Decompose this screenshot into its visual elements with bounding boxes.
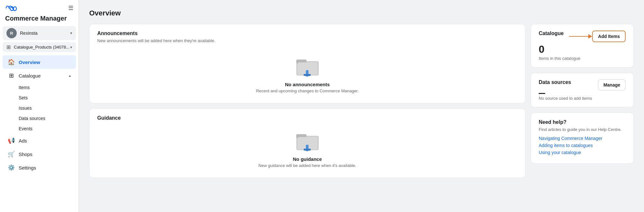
user-name: Rexinsta bbox=[20, 31, 70, 36]
sidebar-sub-label: Data sources bbox=[19, 116, 45, 121]
catalogue-widget-title-group: Catalogue bbox=[539, 31, 564, 38]
help-link-using[interactable]: Using your catalogue bbox=[539, 150, 626, 155]
user-selector[interactable]: R Rexinsta ▾ bbox=[3, 26, 76, 40]
sidebar-item-issues[interactable]: Issues bbox=[3, 103, 76, 113]
help-desc: Find articles to guide you in our Help C… bbox=[539, 127, 626, 132]
guidance-empty-title: No guidance bbox=[293, 156, 322, 162]
sidebar-item-label: Overview bbox=[19, 60, 40, 65]
page-title: Overview bbox=[89, 9, 634, 17]
catalogue-name: Catalogue_Products (34078... bbox=[14, 45, 70, 50]
help-card: Need help? Find articles to guide you in… bbox=[531, 113, 634, 164]
sidebar-item-sets[interactable]: Sets bbox=[3, 93, 76, 103]
catalogue-count: 0 bbox=[539, 43, 626, 55]
meta-logo bbox=[5, 5, 21, 11]
arrow-head bbox=[588, 34, 592, 39]
sidebar-item-label: Ads bbox=[19, 138, 27, 143]
ads-icon: 📢 bbox=[8, 137, 15, 144]
catalogue-items-label: Items in this catalogue bbox=[539, 56, 626, 61]
sidebar-item-shops[interactable]: 🛒 Shops bbox=[3, 147, 76, 161]
app-title: Commerce Manager bbox=[0, 15, 79, 26]
chevron-down-icon-catalogue: ▾ bbox=[70, 45, 72, 50]
sidebar-item-label: Settings bbox=[19, 165, 36, 171]
sidebar-item-ads[interactable]: 📢 Ads bbox=[3, 134, 76, 147]
data-sources-card: Data sources Manage No source used to ad… bbox=[531, 73, 634, 107]
guidance-empty-desc: New guidance will be added here when it'… bbox=[259, 163, 356, 168]
shops-icon: 🛒 bbox=[8, 151, 15, 158]
arrow-line bbox=[569, 36, 588, 37]
add-items-button[interactable]: Add Items bbox=[592, 31, 626, 42]
manage-button[interactable]: Manage bbox=[598, 79, 626, 90]
announcements-empty-desc: Recent and upcoming changes to Commerce … bbox=[256, 88, 359, 93]
left-column: Announcements New announcements will be … bbox=[89, 24, 526, 178]
catalogue-widget-title: Catalogue bbox=[539, 31, 564, 36]
sidebar-header: ☰ bbox=[0, 0, 79, 15]
sidebar-item-label: Shops bbox=[19, 152, 33, 157]
svg-rect-11 bbox=[304, 149, 311, 151]
catalogue-selector[interactable]: ⊞ Catalogue_Products (34078... ▾ bbox=[3, 42, 76, 52]
datasources-header: Data sources Manage bbox=[539, 79, 626, 90]
sidebar-item-events[interactable]: Events bbox=[3, 124, 76, 134]
no-source-text: No source used to add items bbox=[539, 96, 626, 101]
sidebar-sub-label: Items bbox=[19, 85, 30, 90]
chevron-down-icon: ▾ bbox=[70, 31, 72, 35]
sidebar: ☰ Commerce Manager R Rexinsta ▾ ⊞ Catalo… bbox=[0, 0, 79, 212]
grid-icon: ⊞ bbox=[6, 44, 11, 50]
sidebar-item-overview[interactable]: 🏠 Overview bbox=[3, 55, 76, 69]
home-icon: 🏠 bbox=[8, 59, 15, 66]
settings-icon: ⚙️ bbox=[8, 164, 15, 171]
catalogue-widget-card: Catalogue Add Items 0 Items in this cata… bbox=[531, 24, 634, 68]
announcements-empty-title: No announcements bbox=[285, 82, 330, 87]
sidebar-sub-label: Sets bbox=[19, 95, 28, 100]
guidance-folder-illustration bbox=[295, 129, 320, 152]
catalogue-card-header: Catalogue Add Items bbox=[539, 31, 626, 42]
guidance-empty-state: No guidance New guidance will be added h… bbox=[97, 123, 517, 171]
sidebar-sub-label: Events bbox=[19, 126, 33, 131]
add-items-arrow-group: Add Items bbox=[569, 31, 626, 42]
sidebar-sub-label: Issues bbox=[19, 106, 32, 111]
help-link-adding[interactable]: Adding items to catalogues bbox=[539, 143, 626, 148]
announcements-title: Announcements bbox=[97, 31, 517, 36]
sidebar-item-catalogue[interactable]: ⊞ Catalogue ▴ bbox=[3, 69, 76, 82]
right-column: Catalogue Add Items 0 Items in this cata… bbox=[531, 24, 634, 178]
content-grid: Announcements New announcements will be … bbox=[89, 24, 634, 178]
guidance-title: Guidance bbox=[97, 115, 517, 121]
folder-illustration bbox=[295, 55, 320, 77]
main-content: Overview Announcements New announcements… bbox=[79, 0, 644, 212]
svg-rect-5 bbox=[304, 74, 311, 76]
sidebar-item-items[interactable]: Items bbox=[3, 82, 76, 93]
sidebar-item-data-sources[interactable]: Data sources bbox=[3, 113, 76, 124]
announcements-empty-state: No announcements Recent and upcoming cha… bbox=[97, 48, 517, 97]
help-title: Need help? bbox=[539, 119, 626, 125]
chevron-up-icon: ▴ bbox=[69, 73, 71, 78]
hamburger-icon[interactable]: ☰ bbox=[68, 5, 73, 12]
guidance-card: Guidance No guidance New guidance will b… bbox=[89, 108, 526, 178]
sidebar-item-settings[interactable]: ⚙️ Settings bbox=[3, 161, 76, 174]
announcements-card: Announcements New announcements will be … bbox=[89, 24, 526, 103]
catalogue-icon: ⊞ bbox=[8, 72, 15, 79]
arrow-annotation bbox=[569, 34, 592, 39]
sidebar-section-label: Catalogue bbox=[19, 73, 41, 78]
avatar: R bbox=[6, 28, 17, 38]
dash-divider bbox=[539, 93, 545, 94]
data-sources-title: Data sources bbox=[539, 79, 571, 85]
announcements-subtitle: New announcements will be added here whe… bbox=[97, 38, 517, 43]
help-link-navigating[interactable]: Navigating Commerce Manager bbox=[539, 136, 626, 141]
